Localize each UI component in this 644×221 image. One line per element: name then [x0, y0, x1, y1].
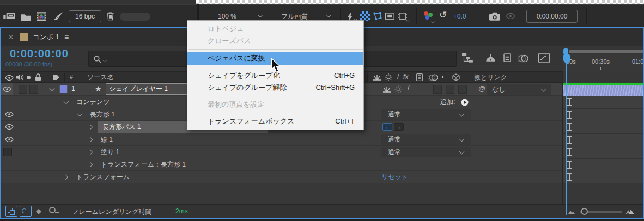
exposure-value[interactable]: +0.0 [453, 11, 466, 22]
audio-column-speaker-icon[interactable] [16, 73, 24, 81]
property-row-transform-rectangle[interactable]: トランスフォーム：長方形 1 [1, 158, 563, 171]
keyframe-ibeam[interactable] [567, 136, 572, 144]
path-direction-normal-icon[interactable]: → [394, 123, 404, 131]
eye-icon[interactable] [5, 137, 14, 142]
blend-mode-dropdown[interactable]: 通常 [381, 134, 471, 145]
number-column-header[interactable]: # [70, 73, 73, 80]
blend-modes-column-toggle[interactable] [20, 206, 32, 217]
chevron-down-icon[interactable] [258, 13, 263, 18]
collapsed-chevron-icon[interactable] [88, 125, 93, 130]
chevron-down-icon[interactable] [406, 18, 410, 22]
expand-chevron-icon[interactable] [77, 112, 83, 117]
expand-chevron-icon[interactable] [64, 99, 69, 105]
tab-comp-title[interactable]: コンポ 1 [33, 28, 59, 46]
property-label[interactable]: コンテンツ [76, 96, 110, 108]
chevron-down-icon[interactable] [326, 13, 332, 18]
blend-mode-dropdown[interactable]: 通常 [381, 109, 471, 120]
switch-box[interactable] [446, 85, 454, 94]
keyframe-ibeam[interactable] [567, 123, 572, 131]
collapsed-chevron-icon[interactable] [88, 150, 93, 155]
three-d-column-icon[interactable] [452, 73, 460, 81]
collapse-column-icon[interactable] [373, 74, 381, 81]
menu-item-transform-box[interactable]: トランスフォームボックスCtrl+T [187, 115, 363, 127]
keyframe-ibeam[interactable] [567, 161, 572, 169]
layer-expand-chevron-icon[interactable] [50, 86, 55, 91]
fast-previews-icon[interactable] [348, 12, 354, 21]
parent-link-column-header[interactable]: 親とリンク [474, 73, 507, 82]
work-area-bar[interactable] [569, 50, 644, 53]
bit-depth-button[interactable]: 16 bpc [69, 10, 101, 22]
solo-toggle-box[interactable] [29, 85, 38, 94]
new-composition-icon[interactable] [37, 12, 46, 21]
in-out-columns-toggle[interactable]: ◆ [36, 207, 41, 215]
chevron-down-icon[interactable] [103, 59, 106, 62]
parent-dropdown[interactable]: なし [487, 84, 551, 95]
close-icon[interactable]: × [9, 32, 13, 42]
timeline-zoom-knob[interactable] [581, 208, 588, 215]
render-queue-icon[interactable] [3, 13, 15, 21]
collapse-sun-icon[interactable] [385, 73, 392, 81]
motion-blur-icon[interactable] [518, 54, 528, 63]
lock-column-icon[interactable] [35, 73, 41, 81]
track-area[interactable] [563, 71, 643, 204]
eye-icon[interactable] [5, 112, 14, 117]
property-row-stroke[interactable]: 線 1 通常 [1, 133, 563, 146]
shy-layers-icon[interactable] [485, 54, 496, 62]
switch-box[interactable] [458, 85, 467, 94]
property-label[interactable]: 長方形 1 [90, 108, 115, 121]
switch-box[interactable] [433, 85, 442, 94]
eye-icon[interactable] [5, 124, 14, 130]
reset-exposure-icon[interactable]: ↺ [439, 9, 447, 21]
eye-icon[interactable] [3, 87, 11, 92]
region-of-interest-icon[interactable] [385, 13, 394, 20]
video-column-eye-icon[interactable] [5, 75, 14, 81]
transparency-grid-icon[interactable] [360, 11, 370, 21]
solo-column-icon[interactable] [27, 76, 31, 79]
frame-blend-column-icon[interactable] [415, 73, 424, 81]
layer-label-swatch[interactable] [59, 85, 68, 93]
add-play-icon[interactable] [461, 99, 469, 106]
property-label[interactable]: 線 1 [101, 133, 113, 146]
path-direction-reversed-icon[interactable]: ← [382, 123, 392, 131]
sun-switch-icon[interactable] [394, 85, 402, 93]
blend-mode-dropdown[interactable]: 通常 [381, 147, 471, 157]
chevron-down-icon[interactable] [432, 20, 435, 23]
brush-icon[interactable] [53, 11, 63, 21]
playhead-handle[interactable] [563, 54, 570, 65]
property-label[interactable]: トランスフォーム [76, 171, 130, 183]
keyframe-ibeam[interactable] [567, 110, 572, 119]
keyframe-ibeam[interactable] [567, 98, 572, 106]
audio-toggle-box[interactable] [19, 85, 27, 94]
visibility-toggle-box[interactable] [3, 148, 12, 156]
property-row-fill[interactable]: 塗り 1 通常 [1, 146, 563, 158]
collapsed-chevron-icon[interactable] [88, 137, 93, 143]
property-row-transform[interactable]: トランスフォーム リセット [1, 171, 563, 183]
frame-blending-icon[interactable] [502, 53, 512, 62]
menu-item-ungroup-shapes[interactable]: シェイプのグループ解除Ctrl+Shift+G [187, 82, 363, 94]
layer-visibility-cell[interactable] [1, 83, 13, 95]
trash-icon[interactable] [107, 11, 114, 21]
pixel-aspect-correction-icon[interactable] [398, 13, 407, 20]
graph-editor-icon[interactable] [538, 53, 550, 63]
quality-column-icon[interactable]: / [397, 73, 399, 81]
zoom-out-mountain-icon[interactable] [568, 210, 575, 214]
channel-blue-icon[interactable] [425, 15, 429, 20]
current-timecode[interactable]: 0:00:00:00 [10, 47, 69, 60]
layer-name-field[interactable]: シェイプレイヤー 1 [106, 83, 189, 95]
comp-color-swatch[interactable] [20, 33, 28, 41]
collapse-switch-icon[interactable] [382, 86, 391, 93]
mask-visibility-icon[interactable] [373, 12, 382, 20]
zoom-in-mountain-icon[interactable] [625, 208, 634, 214]
pickwhip-icon[interactable]: @ [478, 84, 485, 93]
fx-column-icon[interactable]: fx [403, 73, 408, 81]
source-name-column-header[interactable]: ソース名 [87, 73, 114, 82]
snapshot-camera-icon[interactable] [489, 12, 500, 21]
keyframe-ibeam[interactable] [567, 148, 572, 156]
playhead-line[interactable] [566, 54, 567, 215]
mini-flowchart-icon[interactable] [462, 53, 473, 63]
adjustment-layer-column-icon[interactable]: ◐ [441, 73, 445, 81]
panel-menu-icon[interactable]: ≡ [64, 32, 69, 42]
time-ruler[interactable]: 00s 00:30s 01:00s [563, 54, 644, 71]
reset-link[interactable]: リセット [381, 171, 408, 183]
new-folder-icon[interactable] [21, 13, 31, 21]
